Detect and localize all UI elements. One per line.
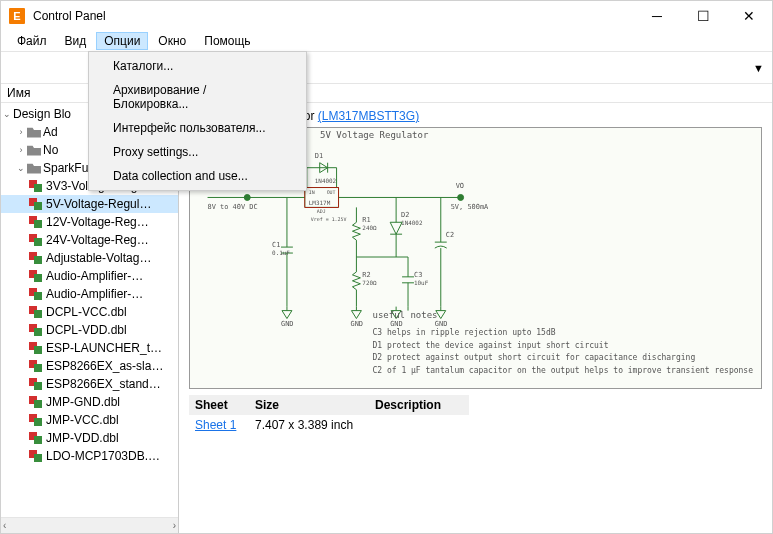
tree-item[interactable]: Adjustable-Voltag… [1,249,178,267]
tree-item-label: JMP-GND.dbl [46,395,120,409]
tree-item[interactable]: JMP-VDD.dbl [1,429,178,447]
tree-item-label: 5V-Voltage-Regul… [46,197,151,211]
tree-item[interactable]: ESP8266EX_stand… [1,375,178,393]
tree-item-label: 24V-Voltage-Reg… [46,233,149,247]
svg-text:1N4002: 1N4002 [315,177,337,184]
schematic-icon [29,198,43,210]
svg-point-6 [244,194,250,200]
dropdown-catalogs[interactable]: Каталоги... [91,54,304,78]
sheet-desc [369,415,469,435]
svg-text:240Ω: 240Ω [362,224,377,231]
tree-folder-label: No [43,143,58,157]
tree-item[interactable]: LDO-MCP1703DB.… [1,447,178,465]
menu-view[interactable]: Вид [57,32,95,50]
svg-text:R2: R2 [362,271,370,279]
folder-icon [27,125,41,139]
tree-item[interactable]: JMP-VCC.dbl [1,411,178,429]
tree-item-label: Adjustable-Voltag… [46,251,151,265]
tree-item-label: LDO-MCP1703DB.… [46,449,160,463]
th-size: Size [249,395,369,415]
detail-part-link[interactable]: (LM317MBSTT3G) [318,109,419,123]
svg-text:VO: VO [456,182,464,190]
app-window: E Control Panel ─ ☐ ✕ Файл Вид Опции Окн… [0,0,773,534]
tree-item[interactable]: Audio-Amplifier-… [1,267,178,285]
close-button[interactable]: ✕ [726,1,772,31]
schematic-icon [29,252,43,264]
tree-scrollbar[interactable]: ‹› [1,517,178,533]
schematic-icon [29,180,43,192]
tree-item[interactable]: JMP-GND.dbl [1,393,178,411]
dropdown-archive[interactable]: Архивирование / Блокировка... [91,78,304,116]
note-line: D2 protect against output short circuit … [373,352,754,365]
schematic-icon [29,396,43,408]
window-buttons: ─ ☐ ✕ [634,1,772,31]
window-title: Control Panel [33,9,634,23]
tree-item[interactable]: ESP8266EX_as-sla… [1,357,178,375]
maximize-button[interactable]: ☐ [680,1,726,31]
menu-file[interactable]: Файл [9,32,55,50]
svg-text:5V, 500mA: 5V, 500mA [451,203,489,211]
svg-text:IN: IN [309,189,315,195]
sheet-link[interactable]: Sheet 1 [195,418,236,432]
dropdown-ui[interactable]: Интерфейс пользователя... [91,116,304,140]
tree-item-label: Audio-Amplifier-… [46,269,143,283]
tree-item-label: ESP-LAUNCHER_t… [46,341,162,355]
tree-root-label: Design Blo [13,107,71,121]
svg-text:10uF: 10uF [414,279,429,286]
svg-text:ADJ: ADJ [317,208,326,214]
svg-text:R1: R1 [362,216,370,224]
schematic-icon [29,360,43,372]
tree-item[interactable]: ESP-LAUNCHER_t… [1,339,178,357]
schematic-icon [29,306,43,318]
menu-options[interactable]: Опции [96,32,148,50]
menu-window[interactable]: Окно [150,32,194,50]
note-line: D1 protect the device against input shor… [373,340,754,353]
schematic-icon [29,288,43,300]
tree-item-label: Audio-Amplifier-… [46,287,143,301]
svg-text:GND: GND [281,320,294,328]
expander-icon[interactable]: ⌄ [15,163,27,173]
tree-item-label: JMP-VDD.dbl [46,431,119,445]
tree-item[interactable]: 24V-Voltage-Reg… [1,231,178,249]
svg-text:720Ω: 720Ω [362,279,377,286]
menubar: Файл Вид Опции Окно Помощь [1,31,772,51]
note-line: C3 helps in ripple rejection upto 15dB [373,327,754,340]
th-sheet: Sheet [189,395,249,415]
tree-item[interactable]: 5V-Voltage-Regul… [1,195,178,213]
schematic-icon [29,414,43,426]
dropdown-datacollection[interactable]: Data collection and use... [91,164,304,188]
tree-item[interactable]: 12V-Voltage-Reg… [1,213,178,231]
menu-help[interactable]: Помощь [196,32,258,50]
tree-item[interactable]: DCPL-VDD.dbl [1,321,178,339]
schematic-icon [29,378,43,390]
expander-icon[interactable]: ⌄ [1,109,13,119]
schematic-icon [29,234,43,246]
expander-icon[interactable]: › [15,145,27,155]
sheet-size: 7.407 x 3.389 inch [249,415,369,435]
svg-marker-30 [282,311,292,319]
svg-marker-32 [351,311,361,319]
svg-text:D2: D2 [401,211,409,219]
schematic-icon [29,216,43,228]
schematic-icon [29,324,43,336]
svg-text:OUT: OUT [327,189,336,195]
svg-text:D1: D1 [315,152,323,160]
sheet-row[interactable]: Sheet 1 7.407 x 3.389 inch [189,415,469,435]
minimize-button[interactable]: ─ [634,1,680,31]
dropdown-proxy[interactable]: Proxy settings... [91,140,304,164]
svg-text:C1: C1 [272,241,280,249]
svg-text:Vref = 1.25V: Vref = 1.25V [311,216,347,222]
tree-item[interactable]: DCPL-VCC.dbl [1,303,178,321]
toolbar-overflow-icon[interactable]: ▼ [753,62,764,74]
svg-text:C3: C3 [414,271,422,279]
svg-point-28 [458,194,464,200]
expander-icon[interactable]: › [15,127,27,137]
tree-item-label: JMP-VCC.dbl [46,413,119,427]
svg-text:C2: C2 [446,231,454,239]
note-line: C2 of 1 μF tantalum capacitor on the out… [373,365,754,378]
schematic-icon [29,432,43,444]
tree-item[interactable]: Audio-Amplifier-… [1,285,178,303]
tree-item-label: ESP8266EX_as-sla… [46,359,163,373]
svg-text:0.1uF: 0.1uF [272,249,290,256]
svg-text:GND: GND [350,320,363,328]
